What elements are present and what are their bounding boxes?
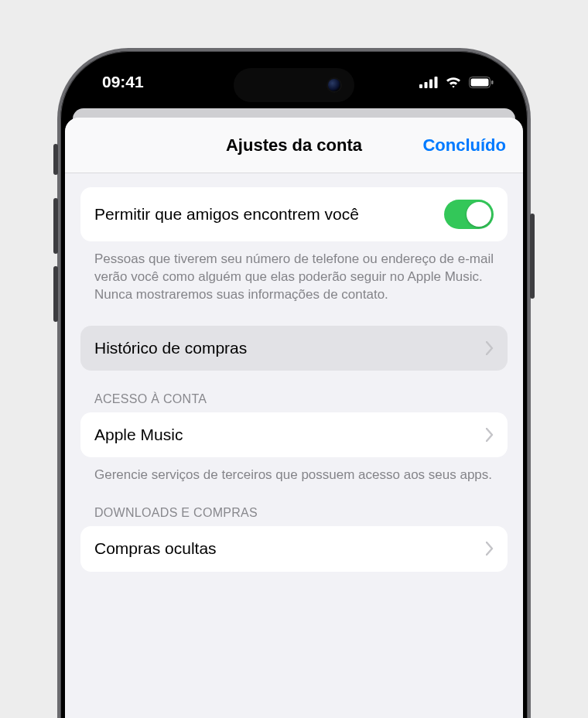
svg-rect-3 [435,77,438,88]
front-camera [328,79,340,91]
friends-find-description: Pessoas que tiverem seu número de telefo… [80,241,508,304]
friends-find-row[interactable]: Permitir que amigos encontrem você [80,187,508,241]
wifi-icon [445,76,462,88]
side-button-silence [53,144,58,175]
svg-rect-1 [425,82,428,88]
chevron-right-icon [486,428,494,442]
phone-frame: 09:41 Ajuste [57,48,531,718]
nav-title: Ajustes da conta [226,135,362,156]
status-indicators [419,76,494,88]
status-time: 09:41 [102,73,144,91]
battery-icon [469,77,494,88]
done-button[interactable]: Concluído [422,135,506,156]
friends-find-card: Permitir que amigos encontrem você [80,187,508,241]
downloads-card: Compras ocultas [80,526,508,571]
account-access-header: ACESSO À CONTA [80,371,508,412]
side-button-power [530,214,535,299]
friends-find-label: Permitir que amigos encontrem você [94,204,444,224]
dynamic-island [234,68,354,102]
svg-rect-5 [471,78,489,86]
account-access-footer: Gerencie serviços de terceiros que possu… [80,457,508,484]
purchase-history-label: Histórico de compras [94,338,486,358]
svg-rect-6 [491,80,494,84]
hidden-purchases-label: Compras ocultas [94,538,486,559]
apple-music-row[interactable]: Apple Music [80,412,508,457]
apple-music-label: Apple Music [94,425,486,445]
svg-rect-2 [429,79,432,88]
downloads-header: DOWNLOADS E COMPRAS [80,484,508,526]
cellular-icon [419,77,438,88]
toggle-knob [467,202,491,227]
account-access-card: Apple Music [80,412,508,457]
hidden-purchases-row[interactable]: Compras ocultas [80,526,508,571]
purchase-history-row[interactable]: Histórico de compras [80,326,508,371]
content-scroll[interactable]: Permitir que amigos encontrem você Pesso… [65,173,523,572]
screen: 09:41 Ajuste [65,56,523,718]
chevron-right-icon [486,542,494,556]
svg-rect-0 [419,84,422,88]
friends-find-toggle[interactable] [444,200,494,229]
modal-sheet: Ajustes da conta Concluído Permitir que … [65,118,523,718]
side-button-volume-up [53,198,58,254]
side-button-volume-down [53,266,58,322]
nav-bar: Ajustes da conta Concluído [65,118,523,173]
chevron-right-icon [486,341,494,355]
